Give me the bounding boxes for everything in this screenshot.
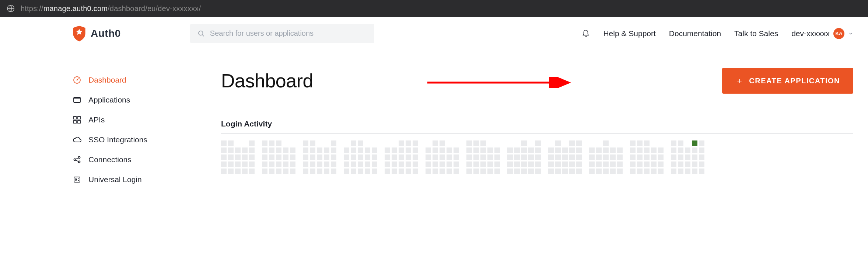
heatmap-cell bbox=[494, 147, 500, 153]
documentation-link[interactable]: Documentation bbox=[669, 29, 721, 38]
heatmap-cell bbox=[447, 169, 452, 174]
heatmap-cell bbox=[589, 154, 595, 160]
heatmap-cell bbox=[324, 147, 329, 153]
search-input[interactable] bbox=[210, 29, 367, 38]
browser-address-bar: https://manage.auth0.com/dashboard/eu/de… bbox=[0, 0, 868, 17]
sidebar-item-dashboard[interactable]: Dashboard bbox=[72, 70, 147, 90]
heatmap-cell bbox=[494, 161, 500, 167]
heatmap-cell bbox=[221, 147, 227, 153]
heatmap-cell bbox=[454, 154, 459, 160]
heatmap-cell bbox=[372, 154, 377, 160]
heatmap-cell bbox=[507, 154, 513, 160]
browser-url[interactable]: https://manage.auth0.com/dashboard/eu/de… bbox=[21, 4, 201, 13]
heatmap-cell bbox=[358, 154, 363, 160]
heatmap-cell bbox=[221, 161, 227, 167]
auth0-logo-icon bbox=[72, 25, 86, 42]
heatmap-cell bbox=[473, 169, 479, 174]
sidebar-item-apis[interactable]: APIs bbox=[72, 110, 147, 130]
heatmap-cell bbox=[480, 147, 486, 153]
heatmap-cell bbox=[507, 147, 513, 153]
heatmap-cell bbox=[685, 161, 690, 167]
heatmap-cell bbox=[514, 169, 520, 174]
heatmap-cell bbox=[221, 169, 227, 174]
heatmap-cell bbox=[372, 140, 377, 146]
heatmap-cell bbox=[262, 161, 267, 167]
heatmap-cell bbox=[358, 169, 363, 174]
heatmap-cell bbox=[637, 161, 643, 167]
heatmap-cell bbox=[269, 154, 274, 160]
notifications-icon[interactable] bbox=[582, 29, 590, 38]
search-icon bbox=[197, 30, 205, 37]
heatmap-cell bbox=[283, 147, 288, 153]
heatmap-cell bbox=[466, 169, 472, 174]
tenant-switcher[interactable]: dev-xxxxxx KA bbox=[791, 28, 853, 39]
heatmap-cell bbox=[678, 169, 683, 174]
heatmap-cell bbox=[303, 147, 308, 153]
heatmap-cell bbox=[426, 154, 431, 160]
heatmap-cell bbox=[644, 140, 650, 146]
heatmap-cell bbox=[221, 154, 227, 160]
heatmap-cell bbox=[555, 140, 561, 146]
heatmap-cell bbox=[276, 154, 281, 160]
url-scheme: https:// bbox=[21, 4, 43, 13]
heatmap-cell bbox=[507, 169, 513, 174]
heatmap-cell bbox=[671, 154, 676, 160]
heatmap-cell bbox=[603, 169, 609, 174]
heatmap-cell bbox=[699, 140, 704, 146]
heatmap-cell bbox=[480, 169, 486, 174]
heatmap-cell bbox=[637, 147, 643, 153]
heatmap-cell bbox=[303, 161, 308, 167]
heatmap-cell bbox=[685, 147, 690, 153]
heatmap-cell bbox=[351, 169, 356, 174]
heatmap-cell bbox=[617, 140, 623, 146]
brand-name: Auth0 bbox=[91, 28, 121, 39]
heatmap-cell bbox=[283, 169, 288, 174]
heatmap-cell bbox=[699, 154, 704, 160]
sidebar-item-connections[interactable]: Connections bbox=[72, 150, 147, 170]
svg-point-1 bbox=[199, 31, 203, 35]
heatmap-cell bbox=[262, 140, 267, 146]
search-box[interactable] bbox=[190, 24, 374, 43]
heatmap-cell bbox=[562, 147, 568, 153]
talk-to-sales-link[interactable]: Talk to Sales bbox=[734, 29, 778, 38]
heatmap-cell bbox=[576, 161, 582, 167]
heatmap-cell bbox=[433, 140, 438, 146]
heatmap-column bbox=[589, 140, 623, 174]
heatmap-cell bbox=[385, 140, 390, 146]
heatmap-cell bbox=[358, 161, 363, 167]
sidebar-item-label: Connections bbox=[88, 155, 132, 164]
sidebar-item-applications[interactable]: Applications bbox=[72, 90, 147, 110]
heatmap-cell bbox=[658, 154, 664, 160]
heatmap-cell bbox=[589, 147, 595, 153]
heatmap-cell bbox=[262, 147, 267, 153]
svg-point-17 bbox=[75, 179, 77, 180]
heatmap-cell bbox=[610, 154, 616, 160]
heatmap-cell bbox=[269, 147, 274, 153]
sidebar-item-label: APIs bbox=[88, 115, 105, 124]
heatmap-cell bbox=[392, 140, 397, 146]
heatmap-cell bbox=[351, 161, 356, 167]
heatmap-cell bbox=[644, 161, 650, 167]
create-application-button[interactable]: ＋ CREATE APPLICATION bbox=[722, 68, 853, 94]
share-icon bbox=[72, 155, 82, 164]
heatmap-cell bbox=[358, 140, 363, 146]
section-divider bbox=[221, 133, 853, 134]
url-host: manage.auth0.com bbox=[43, 4, 108, 13]
heatmap-cell bbox=[269, 169, 274, 174]
heatmap-cell bbox=[310, 147, 315, 153]
help-support-link[interactable]: Help & Support bbox=[603, 29, 655, 38]
heatmap-cell bbox=[426, 147, 431, 153]
heatmap-cell bbox=[535, 147, 541, 153]
heatmap-cell bbox=[494, 154, 500, 160]
heatmap-cell bbox=[555, 147, 561, 153]
heatmap-cell bbox=[385, 169, 390, 174]
brand[interactable]: Auth0 bbox=[72, 25, 121, 42]
heatmap-cell bbox=[610, 161, 616, 167]
sidebar-item-sso-integrations[interactable]: SSO Integrations bbox=[72, 130, 147, 150]
heatmap-cell bbox=[548, 154, 554, 160]
heatmap-cell bbox=[528, 147, 534, 153]
heatmap-cell bbox=[365, 140, 370, 146]
heatmap-cell bbox=[671, 161, 676, 167]
sidebar-item-universal-login[interactable]: Universal Login bbox=[72, 170, 147, 190]
plus-icon: ＋ bbox=[735, 75, 744, 86]
